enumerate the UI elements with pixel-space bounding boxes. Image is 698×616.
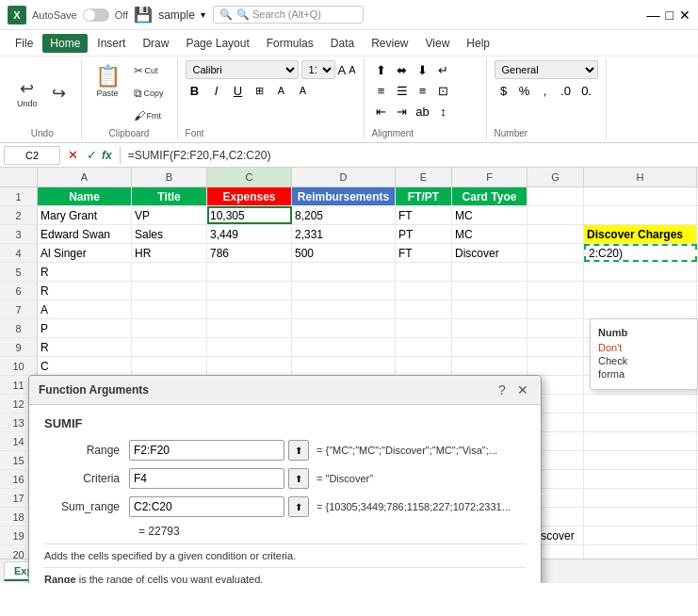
align-left-button[interactable]: ≡ [372, 81, 391, 100]
cell-b8[interactable] [132, 319, 207, 337]
col-header-b[interactable]: B [132, 168, 207, 186]
row-header-6[interactable]: 6 [0, 282, 38, 300]
cell-f9[interactable] [452, 338, 528, 356]
cell-g10[interactable] [528, 357, 584, 375]
format-painter-button[interactable]: 🖌Fmt [128, 105, 170, 126]
redo-button[interactable]: ↪ [45, 79, 73, 107]
cell-d8[interactable] [292, 319, 396, 337]
cell-e10[interactable] [396, 357, 452, 375]
cell-g3[interactable] [528, 225, 584, 243]
increase-indent-button[interactable]: ⇥ [393, 102, 412, 121]
increase-decimal-button[interactable]: .0 [557, 81, 576, 100]
cell-f7[interactable] [452, 300, 528, 318]
cell-reference-box[interactable]: C2 [4, 146, 60, 165]
font-decrease-btn[interactable]: A [349, 64, 355, 75]
cell-a4[interactable]: Al Singer [38, 244, 132, 262]
row-header-7[interactable]: 7 [0, 300, 38, 319]
copy-button[interactable]: ⧉Copy [128, 83, 170, 104]
font-increase-btn[interactable]: A [338, 63, 347, 77]
cell-h19[interactable] [584, 527, 697, 544]
col-header-h[interactable]: H [584, 168, 697, 186]
cell-e8[interactable] [396, 319, 452, 337]
cell-a1[interactable]: Name [38, 187, 132, 205]
cell-h18[interactable] [584, 508, 697, 526]
cell-h13[interactable] [584, 413, 697, 431]
maximize-icon[interactable]: □ [666, 8, 674, 23]
cell-b2[interactable]: VP [132, 206, 207, 224]
cell-c9[interactable] [207, 338, 292, 356]
arg-collapse-criteria[interactable]: ⬆ [288, 468, 309, 489]
align-right-button[interactable]: ≡ [414, 81, 432, 100]
cell-b1[interactable]: Title [132, 187, 207, 205]
cell-e3[interactable]: PT [396, 225, 452, 243]
cell-h3[interactable]: Discover Charges [584, 225, 697, 243]
cell-b7[interactable] [132, 300, 207, 318]
cell-f10[interactable] [452, 357, 528, 375]
cell-e7[interactable] [396, 300, 452, 318]
cell-d5[interactable] [292, 263, 396, 281]
cell-g2[interactable] [528, 206, 584, 224]
cancel-formula-icon[interactable]: ✕ [64, 147, 81, 164]
font-name-select[interactable]: Calibri [186, 60, 299, 79]
cell-d2[interactable]: 8,205 [292, 206, 396, 224]
cell-a6[interactable]: R [38, 282, 132, 300]
cell-c5[interactable] [207, 263, 292, 281]
menu-formulas[interactable]: Formulas [259, 34, 321, 53]
row-header-5[interactable]: 5 [0, 263, 38, 282]
cell-h14[interactable] [584, 432, 697, 450]
cell-c7[interactable] [207, 300, 292, 318]
border-button[interactable]: ⊞ [251, 81, 269, 100]
cell-e6[interactable] [396, 282, 452, 300]
cell-h4[interactable]: 2:C20) [584, 244, 697, 262]
menu-view[interactable]: View [418, 34, 458, 53]
menu-file[interactable]: File [8, 34, 41, 53]
cell-g7[interactable] [528, 300, 584, 318]
cell-a7[interactable]: A [38, 300, 132, 318]
cell-h8[interactable] [584, 319, 697, 337]
currency-button[interactable]: $ [495, 81, 513, 100]
cell-d7[interactable] [292, 300, 396, 318]
arg-collapse-range[interactable]: ⬆ [288, 440, 309, 461]
dialog-help-icon[interactable]: ? [494, 381, 511, 398]
cell-h11[interactable] [584, 376, 697, 394]
cell-b6[interactable] [132, 282, 207, 300]
cell-d4[interactable]: 500 [292, 244, 396, 262]
cell-d10[interactable] [292, 357, 396, 375]
cell-a5[interactable]: R [38, 263, 132, 281]
col-header-f[interactable]: F [452, 168, 528, 186]
paste-button[interactable]: 📋 Paste [89, 60, 126, 102]
cell-a9[interactable]: R [38, 338, 132, 356]
cell-g9[interactable] [528, 338, 584, 356]
percent-button[interactable]: % [515, 81, 534, 100]
cell-h17[interactable] [584, 489, 697, 507]
row-header-1[interactable]: 1 [0, 187, 38, 206]
comma-button[interactable]: , [536, 81, 555, 100]
rtl-button[interactable]: ↕ [434, 102, 453, 121]
arg-input-range[interactable] [129, 440, 284, 461]
corner-cell[interactable] [0, 168, 38, 186]
menu-review[interactable]: Review [364, 34, 415, 53]
undo-button[interactable]: ↩ Undo [11, 74, 43, 112]
cell-c4[interactable]: 786 [207, 244, 292, 262]
cell-f1[interactable]: Card Tyoe [452, 187, 528, 205]
cut-button[interactable]: ✂Cut [128, 60, 170, 81]
row-header-9[interactable]: 9 [0, 338, 38, 357]
number-format-select[interactable]: General [495, 60, 598, 79]
cell-b3[interactable]: Sales [132, 225, 207, 243]
cell-a3[interactable]: Edward Swan [38, 225, 132, 243]
cell-d9[interactable] [292, 338, 396, 356]
row-header-8[interactable]: 8 [0, 319, 38, 338]
col-header-d[interactable]: D [292, 168, 396, 186]
cell-g8[interactable] [528, 319, 584, 337]
col-header-g[interactable]: G [528, 168, 584, 186]
cell-e4[interactable]: FT [396, 244, 452, 262]
decrease-indent-button[interactable]: ⇤ [372, 102, 391, 121]
wrap-text-button[interactable]: ↵ [434, 60, 453, 79]
menu-pagelayout[interactable]: Page Layout [178, 34, 256, 53]
cell-c6[interactable] [207, 282, 292, 300]
bold-button[interactable]: B [186, 81, 204, 100]
formula-input[interactable] [128, 149, 694, 162]
cell-h9[interactable] [584, 338, 697, 356]
cell-h7[interactable] [584, 300, 697, 318]
cell-f4[interactable]: Discover [452, 244, 528, 262]
